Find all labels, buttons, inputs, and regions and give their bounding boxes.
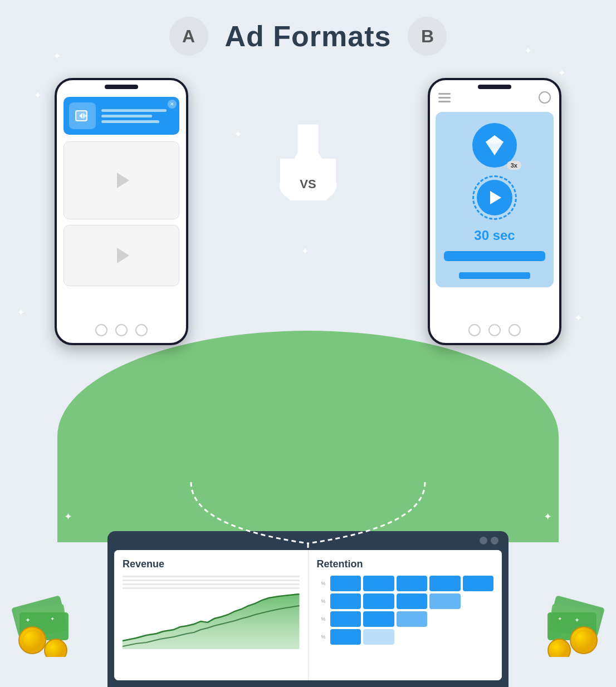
page-title: Ad Formats: [225, 19, 392, 53]
grid-label: %: [317, 611, 328, 627]
dashed-lines: [130, 477, 486, 549]
play-icon: [117, 248, 129, 263]
phone-a: ✕: [55, 78, 188, 345]
revenue-chart: [123, 593, 300, 649]
grid-cell: [330, 611, 361, 627]
play-icon: [117, 173, 129, 188]
content-card-2: [63, 225, 179, 286]
grid-cell: [463, 629, 494, 645]
svg-text:✦: ✦: [558, 616, 562, 622]
phone-b-content: 3x 30 sec: [430, 80, 559, 315]
close-button[interactable]: ✕: [168, 100, 177, 109]
svg-text:✦: ✦: [50, 616, 55, 622]
play-button[interactable]: [477, 180, 512, 215]
grid-cell: [330, 629, 361, 645]
sparkle-icon: ✦: [301, 245, 309, 257]
phone-b-notch: [478, 85, 511, 89]
phone-a-home-bar: [95, 324, 148, 336]
sparkle-icon: ✦: [552, 178, 560, 190]
phone-a-notch: [105, 85, 138, 89]
svg-text:✦: ✦: [25, 616, 31, 624]
grid-cell: [397, 593, 428, 609]
circle-button: [539, 91, 551, 104]
grid-cell: [397, 611, 428, 627]
grid-label: %: [317, 576, 328, 591]
svg-marker-25: [123, 594, 300, 649]
home-dot: [115, 324, 128, 336]
dashboard: Revenue: [107, 531, 509, 687]
grid-cell: [429, 629, 461, 645]
revenue-panel: Revenue: [114, 550, 309, 680]
play-container: [472, 175, 517, 220]
vs-container: VS: [277, 122, 339, 200]
grid-cell: [330, 593, 361, 609]
chart-grid-lines: [123, 576, 300, 589]
home-dot: [509, 324, 521, 336]
sparkle-icon: ✦: [33, 89, 42, 101]
sparkle-icon: ✦: [64, 511, 72, 523]
phone-b: 3x 30 sec: [428, 78, 561, 345]
content-card-1: [63, 141, 179, 219]
dashboard-inner: Revenue: [114, 550, 502, 680]
sparkle-icon: ✦: [558, 67, 566, 79]
home-dot: [468, 324, 481, 336]
svg-point-22: [548, 639, 570, 657]
phone-b-header: [436, 91, 554, 104]
svg-text:VS: VS: [300, 177, 316, 191]
sparkle-icon: ✦: [574, 312, 583, 324]
phones-container: ✕ VS: [0, 78, 616, 345]
timer-text: 30 sec: [474, 228, 515, 243]
money-pile-right: ✦ ✦: [527, 568, 605, 659]
grid-cell: [429, 576, 461, 591]
rewarded-ad: 3x 30 sec: [436, 112, 554, 287]
sparkle-icon: ✦: [234, 128, 242, 140]
grid-cell: [330, 576, 361, 591]
badge-b: B: [408, 17, 447, 56]
home-dot: [95, 324, 107, 336]
sparkle-icon: ✦: [53, 50, 61, 62]
reward-bar-2: [459, 272, 530, 279]
sparkle-icon: ✦: [17, 306, 25, 318]
grid-cell: [397, 629, 428, 645]
badge-a: A: [169, 17, 208, 56]
money-pile-left: ✦ ✦: [11, 568, 89, 659]
banner-ad-lines: [101, 109, 174, 123]
banner-ad: ✕: [63, 97, 179, 135]
grid-cell: [463, 611, 494, 627]
grid-cell: [397, 576, 428, 591]
sparkle-icon: ✦: [544, 511, 552, 523]
sparkle-icon: ✦: [524, 45, 532, 57]
grid-cell: [463, 593, 494, 609]
dot-2: [491, 537, 498, 544]
home-dot: [488, 324, 501, 336]
svg-point-14: [45, 639, 67, 657]
flask-icon: VS: [277, 122, 339, 200]
grid-cell: [363, 629, 394, 645]
diamond-container: 3x: [472, 123, 517, 168]
retention-panel: Retention % % %: [309, 550, 502, 680]
play-arrow-icon: [490, 191, 501, 204]
grid-cell: [429, 611, 461, 627]
grid-cell: [363, 576, 394, 591]
grid-cell: [429, 593, 461, 609]
revenue-title: Revenue: [123, 558, 300, 570]
retention-title: Retention: [317, 558, 494, 570]
grid-cell: [463, 576, 494, 591]
banner-ad-icon: [69, 102, 96, 129]
retention-grid: % % % %: [317, 576, 494, 645]
home-dot: [135, 324, 148, 336]
multiplier-badge: 3x: [507, 161, 521, 170]
phone-b-home-bar: [468, 324, 521, 336]
grid-label: %: [317, 629, 328, 645]
grid-label: %: [317, 593, 328, 609]
grid-cell: [363, 611, 394, 627]
svg-text:✦: ✦: [574, 616, 580, 624]
hamburger-menu-icon: [438, 93, 451, 102]
grid-cell: [363, 593, 394, 609]
phone-a-content: ✕: [57, 80, 186, 320]
reward-bar-1: [444, 251, 545, 261]
